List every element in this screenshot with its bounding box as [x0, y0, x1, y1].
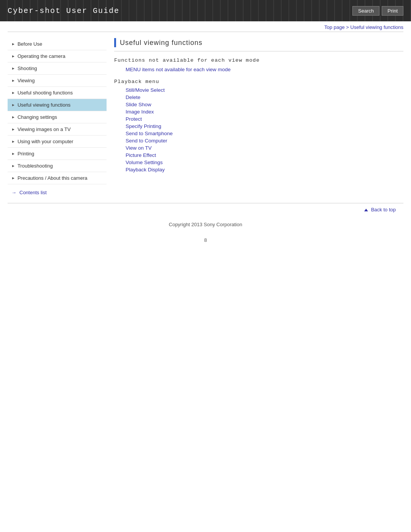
contents-arrow-icon: → — [11, 190, 16, 195]
functions-section: Functions not available for each view mo… — [114, 58, 403, 73]
sidebar-item-viewing[interactable]: ► Viewing — [8, 75, 107, 87]
breadcrumb-top: Top page — [324, 24, 345, 30]
sidebar-label-viewing: Viewing — [18, 78, 35, 83]
sidebar-label-shooting: Shooting — [18, 66, 37, 71]
functions-section-title: Functions not available for each view mo… — [114, 58, 403, 63]
arrow-icon-operating: ► — [11, 54, 15, 58]
sidebar: ► Before Use ► Operating the camera ► Sh… — [8, 38, 107, 195]
protect-link[interactable]: Protect — [114, 116, 403, 122]
arrow-icon-useful-shooting: ► — [11, 91, 15, 95]
still-movie-select-link[interactable]: Still/Movie Select — [114, 87, 403, 93]
arrow-icon-precautions: ► — [11, 176, 15, 180]
sidebar-label-operating: Operating the camera — [18, 53, 65, 59]
sidebar-item-shooting[interactable]: ► Shooting — [8, 62, 107, 75]
page-title: Useful viewing functions — [120, 39, 202, 47]
arrow-icon-viewing-tv: ► — [11, 127, 15, 131]
delete-link[interactable]: Delete — [114, 94, 403, 101]
playback-section: Playback menu Still/Movie Select Delete … — [114, 79, 403, 173]
sidebar-label-troubleshooting: Troubleshooting — [18, 163, 53, 169]
sidebar-item-operating[interactable]: ► Operating the camera — [8, 50, 107, 62]
menu-items-link[interactable]: MENU items not available for each view m… — [114, 66, 403, 73]
sidebar-label-useful-viewing: Useful viewing functions — [18, 102, 70, 108]
sidebar-item-before-use[interactable]: ► Before Use — [8, 38, 107, 50]
sidebar-item-viewing-tv[interactable]: ► Viewing images on a TV — [8, 123, 107, 136]
breadcrumb: Top page > Useful viewing functions — [0, 21, 411, 32]
page-heading: Useful viewing functions — [114, 38, 403, 51]
sidebar-label-using-computer: Using with your computer — [18, 139, 73, 144]
view-on-tv-link[interactable]: View on TV — [114, 145, 403, 151]
triangle-up-icon — [364, 209, 368, 211]
arrow-icon-viewing: ► — [11, 78, 15, 83]
header-title: Cyber-shot User Guide — [8, 6, 119, 15]
sidebar-label-precautions: Precautions / About this camera — [18, 175, 88, 181]
contents-list-label: Contents list — [19, 190, 47, 195]
sidebar-label-changing-settings: Changing settings — [18, 114, 57, 120]
sidebar-item-printing[interactable]: ► Printing — [8, 148, 107, 160]
content-area: Useful viewing functions Functions not a… — [114, 38, 403, 195]
page-number-value: 8 — [204, 237, 207, 243]
arrow-icon-shooting: ► — [11, 66, 15, 70]
sidebar-label-printing: Printing — [18, 151, 34, 157]
arrow-icon-useful-viewing: ► — [11, 103, 15, 107]
specify-printing-link[interactable]: Specify Printing — [114, 123, 403, 129]
sidebar-item-precautions[interactable]: ► Precautions / About this camera — [8, 172, 107, 184]
sidebar-label-useful-shooting: Useful shooting functions — [18, 90, 73, 96]
send-to-computer-link[interactable]: Send to Computer — [114, 137, 403, 144]
sidebar-item-using-computer[interactable]: ► Using with your computer — [8, 136, 107, 148]
contents-list-link[interactable]: → Contents list — [11, 190, 107, 195]
arrow-icon-changing-settings: ► — [11, 115, 15, 119]
main-layout: ► Before Use ► Operating the camera ► Sh… — [0, 32, 411, 203]
breadcrumb-link[interactable]: Top page > Useful viewing functions — [324, 24, 403, 30]
send-to-smartphone-link[interactable]: Send to Smartphone — [114, 130, 403, 137]
copyright-text: Copyright 2013 Sony Corporation — [169, 222, 242, 227]
page-number: 8 — [0, 233, 411, 247]
sidebar-label-before-use: Before Use — [18, 41, 42, 47]
back-to-top-bar: Back to top — [8, 203, 403, 216]
arrow-icon-printing: ► — [11, 152, 15, 156]
playback-section-title: Playback menu — [114, 79, 403, 85]
sidebar-item-useful-shooting[interactable]: ► Useful shooting functions — [8, 87, 107, 99]
sidebar-footer: → Contents list — [8, 190, 107, 195]
sidebar-item-changing-settings[interactable]: ► Changing settings — [8, 111, 107, 123]
footer: Copyright 2013 Sony Corporation — [0, 216, 411, 233]
arrow-icon-before-use: ► — [11, 42, 15, 46]
sidebar-item-useful-viewing[interactable]: ► Useful viewing functions — [8, 99, 107, 111]
arrow-icon-using-computer: ► — [11, 139, 15, 144]
breadcrumb-separator: > — [345, 24, 350, 30]
arrow-icon-troubleshooting: ► — [11, 164, 15, 168]
breadcrumb-current: Useful viewing functions — [350, 24, 403, 30]
volume-settings-link[interactable]: Volume Settings — [114, 159, 403, 166]
header-buttons: Search Print — [352, 6, 403, 16]
search-button[interactable]: Search — [352, 6, 379, 16]
back-to-top-link[interactable]: Back to top — [364, 207, 396, 212]
header: Cyber-shot User Guide Search Print — [0, 0, 411, 21]
image-index-link[interactable]: Image Index — [114, 109, 403, 115]
heading-bar — [114, 38, 116, 47]
print-button[interactable]: Print — [382, 6, 403, 16]
back-to-top-label: Back to top — [371, 207, 396, 212]
picture-effect-link[interactable]: Picture Effect — [114, 152, 403, 158]
sidebar-item-troubleshooting[interactable]: ► Troubleshooting — [8, 160, 107, 172]
slide-show-link[interactable]: Slide Show — [114, 101, 403, 108]
playback-display-link[interactable]: Playback Display — [114, 166, 403, 173]
sidebar-label-viewing-tv: Viewing images on a TV — [18, 126, 71, 132]
